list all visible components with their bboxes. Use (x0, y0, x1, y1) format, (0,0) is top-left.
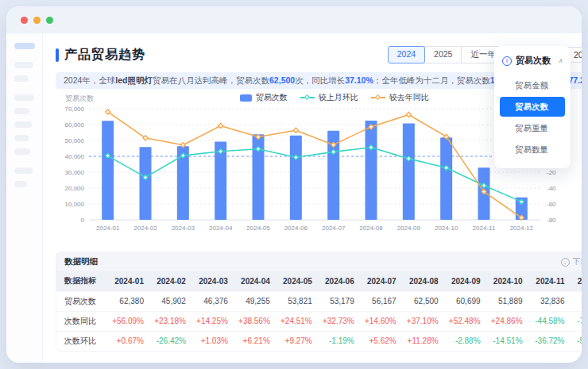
table-cell: +56.09% (107, 311, 149, 331)
data-point[interactable] (293, 128, 298, 133)
traffic-lights (21, 17, 53, 24)
x-axis-label: 2024-05 (246, 225, 270, 232)
table-header-month: 2024-06 (318, 271, 360, 291)
right-axis-tick: -80 (547, 217, 556, 224)
year-tab-2025[interactable]: 2025 (424, 46, 462, 63)
summary-segment: 62,500 (269, 75, 295, 85)
close-button[interactable] (21, 17, 28, 24)
legend-label: 较上月环比 (319, 92, 358, 103)
bar-2024-06[interactable] (290, 136, 302, 220)
table-cell: 46,376 (191, 291, 234, 311)
table-cell: -1.19% (318, 331, 360, 351)
table-cell: 32,836 (528, 291, 571, 311)
table-cell: -26.42% (149, 331, 191, 351)
sidebar-item[interactable] (14, 108, 29, 114)
download-icon (561, 258, 570, 267)
table-row: 次数同比+56.09%+23.18%+14.25%+38.56%+24.51%+… (56, 311, 582, 331)
table-cell: -57.14% (570, 331, 582, 351)
year-tab-2024[interactable]: 2024 (388, 46, 425, 63)
sidebar-item[interactable] (14, 62, 33, 68)
table-cell: +24.51% (276, 311, 318, 331)
sidebar-item[interactable] (14, 181, 27, 187)
sidebar-item[interactable] (14, 94, 34, 101)
metric-option-贸易重量[interactable]: 贸易重量 (500, 118, 565, 138)
table-header-month: 2024-02 (149, 271, 191, 291)
x-axis-label: 2024-04 (209, 225, 233, 232)
bar-2024-02[interactable] (140, 147, 152, 220)
download-data-button[interactable]: 下载数据 (561, 256, 582, 267)
summary-segment: 2024年，全球 (64, 75, 115, 85)
table-cell: 45,902 (149, 291, 191, 311)
table-cell: +14.60% (360, 311, 402, 331)
legend-label: 贸易次数 (256, 92, 288, 103)
sidebar-item[interactable] (14, 167, 33, 174)
bar-2024-01[interactable] (102, 121, 114, 220)
table-header-month: 2024-05 (276, 271, 318, 291)
x-axis-label: 2024-06 (284, 225, 308, 232)
sidebar-item[interactable] (14, 135, 29, 141)
x-axis-label: 2024-11 (473, 225, 496, 232)
sidebar-item[interactable] (14, 121, 32, 128)
table-header-month: 2024-07 (360, 271, 402, 291)
table-cell: +52.48% (444, 311, 486, 331)
sidebar-item[interactable] (14, 148, 30, 155)
x-axis-label: 2024-02 (133, 225, 157, 232)
zoom-button[interactable] (46, 17, 53, 24)
left-axis-tick: 30,000 (65, 169, 85, 176)
table-cell: 56,167 (360, 291, 402, 311)
minimize-button[interactable] (33, 17, 41, 24)
table-cell: 53,179 (318, 291, 360, 311)
table-header-month: 2024-04 (234, 271, 276, 291)
year-tab-group: 20242025近一年 (388, 46, 505, 63)
legend-bar-swatch (240, 94, 252, 102)
metric-option-贸易金额[interactable]: 贸易金额 (500, 75, 565, 95)
table-cell: -36.72% (528, 331, 571, 351)
data-point[interactable] (219, 123, 223, 128)
summary-segment: 37.10% (345, 75, 373, 85)
table-cell: -44.58% (528, 311, 571, 331)
metric-dropdown-header[interactable]: 贸易次数 (500, 52, 565, 74)
bar-2024-10[interactable] (440, 137, 452, 220)
table-header-month: 2024-08 (402, 271, 444, 291)
legend-item[interactable]: 贸易次数 (240, 92, 288, 103)
chart-canvas[interactable]: 010,00020,00030,00040,00050,00060,00070,… (56, 102, 567, 239)
legend-item[interactable]: 较上月环比 (300, 92, 358, 103)
metric-option-贸易次数[interactable]: 贸易次数 (500, 97, 565, 117)
table-cell: +14.25% (191, 311, 234, 331)
x-axis-label: 2024-10 (435, 225, 458, 232)
bar-2024-08[interactable] (366, 121, 377, 220)
left-axis-tick: 20,000 (65, 185, 85, 192)
x-axis-label: 2024-07 (322, 225, 346, 232)
legend-item[interactable]: 较去年同比 (371, 92, 429, 103)
table-header-month: 2024-10 (486, 271, 528, 291)
table-cell: +24.86% (486, 311, 528, 331)
row-label: 次数同比 (56, 311, 107, 331)
right-axis-tick: -20 (547, 169, 556, 176)
browser-window: 产品贸易趋势 20242025近一年 2024-01 → 2024-12 202… (6, 6, 582, 363)
bar-2024-09[interactable] (403, 124, 415, 220)
metric-dropdown-title: 贸易次数 (516, 55, 551, 67)
table-row: 次数环比+0.67%-26.42%+1.03%+6.21%+9.27%-1.19… (56, 331, 582, 351)
table-row: 贸易次数62,38045,90246,37649,25553,82153,179… (56, 291, 582, 311)
left-axis-tick: 50,000 (65, 137, 85, 144)
download-label: 下载数据 (573, 256, 582, 267)
table-cell: 62,380 (107, 291, 149, 311)
table-header-month: 2024-01 (107, 271, 149, 291)
table-cell: +5.62% (360, 331, 402, 351)
left-axis-tick: 0 (81, 217, 85, 224)
x-axis-label: 2024-12 (510, 225, 534, 232)
left-axis-tick: 60,000 (65, 121, 85, 129)
legend-label: 较去年同比 (389, 92, 429, 103)
table-cell: 53,821 (276, 291, 318, 311)
x-axis-label: 2024-09 (397, 225, 421, 232)
right-axis-tick: -60 (547, 201, 556, 208)
sidebar-item[interactable] (14, 75, 29, 82)
info-icon (502, 56, 512, 66)
table-header-month: 2024-12 (570, 271, 582, 291)
metric-option-贸易数量[interactable]: 贸易数量 (500, 140, 565, 160)
data-table: 数据指标2024-012024-022024-032024-042024-052… (56, 271, 582, 351)
table-cell: +37.10% (402, 311, 444, 331)
table-cell: 49,255 (234, 291, 276, 311)
sidebar-item-active[interactable] (14, 43, 35, 49)
date-range-end: 2024-12 (574, 50, 582, 60)
